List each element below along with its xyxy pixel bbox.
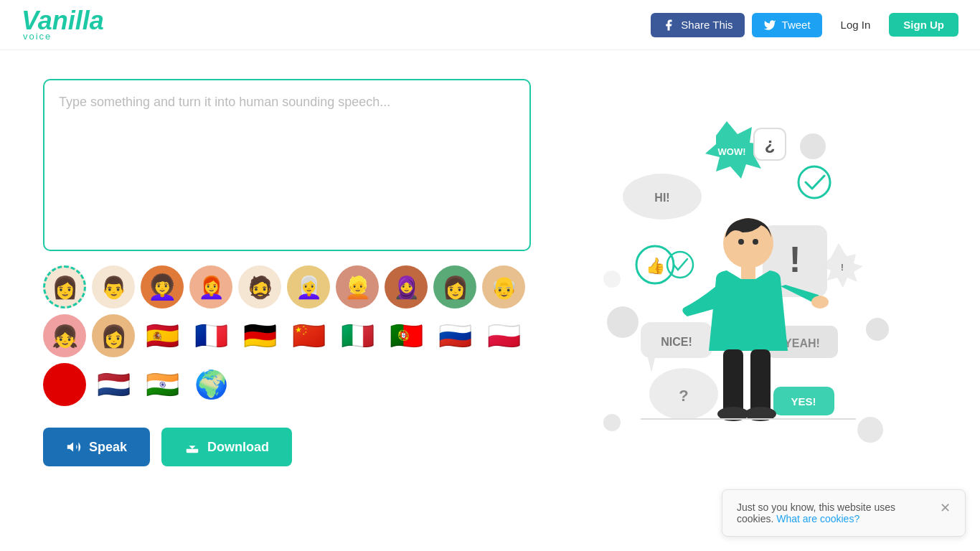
avatar-8[interactable]: 🧕 (385, 265, 428, 309)
share-this-button[interactable]: Share This (651, 13, 744, 37)
avatar-3[interactable]: 👩‍🦱 (141, 265, 184, 309)
svg-point-3 (607, 306, 639, 338)
speaker-icon (66, 439, 82, 455)
speak-button[interactable]: Speak (43, 428, 150, 466)
signup-button[interactable]: Sign Up (889, 13, 958, 37)
avatar-cn[interactable]: 🇨🇳 (287, 314, 330, 357)
cookie-close-button[interactable]: ✕ (940, 501, 951, 514)
svg-text:¿: ¿ (765, 134, 776, 154)
cookie-text: Just so you know, this website uses cook… (737, 501, 933, 524)
login-button[interactable]: Log In (829, 13, 882, 37)
svg-text:WOW!: WOW! (718, 146, 746, 157)
svg-text:YES!: YES! (791, 395, 816, 408)
svg-marker-24 (648, 358, 655, 372)
avatar-10[interactable]: 👴 (482, 265, 525, 309)
avatar-2[interactable]: 👨 (92, 265, 135, 309)
avatar-row-2: 👧 👩 🇪🇸 🇫🇷 🇩🇪 🇨🇳 🇮🇹 🇵🇹 🇷🇺 🇵🇱 (43, 314, 531, 357)
avatar-6[interactable]: 👩‍🦳 (287, 265, 330, 309)
avatar-it[interactable]: 🇮🇹 (336, 314, 379, 357)
logo-text: Vanilla (22, 8, 104, 34)
logo[interactable]: Vanilla voice (22, 8, 104, 42)
svg-text:👍: 👍 (646, 256, 666, 276)
svg-rect-33 (741, 266, 755, 279)
svg-point-34 (811, 296, 829, 309)
svg-point-17 (667, 252, 693, 278)
svg-point-7 (603, 270, 621, 288)
avatar-pl[interactable]: 🇵🇱 (482, 314, 525, 357)
download-icon (184, 439, 200, 455)
svg-text:YEAH!: YEAH! (784, 337, 820, 349)
svg-point-41 (729, 250, 743, 261)
svg-text:!: ! (789, 240, 801, 280)
svg-point-2 (800, 133, 826, 159)
avatar-row-1: 👩 👨 👩‍🦱 👩‍🦰 🧔 👩‍🦳 👱 🧕 👩 👴 (43, 265, 531, 309)
text-input-wrapper (43, 79, 531, 251)
avatar-5[interactable]: 🧔 (238, 265, 281, 309)
avatar-4[interactable]: 👩‍🦰 (189, 265, 232, 309)
avatar-1[interactable]: 👩 (43, 265, 86, 309)
svg-text:?: ? (679, 387, 688, 405)
avatar-row-3: 🇳🇱 🇮🇳 🌍 (43, 363, 531, 406)
svg-point-6 (857, 417, 883, 443)
svg-text:!: ! (841, 262, 844, 273)
avatar-world[interactable]: 🌍 (189, 363, 232, 406)
svg-rect-35 (723, 349, 743, 414)
svg-text:HI!: HI! (654, 192, 669, 204)
left-section: 👩 👨 👩‍🦱 👩‍🦰 🧔 👩‍🦳 👱 🧕 👩 👴 👧 👩 🇪🇸 🇫🇷 🇩🇪 (43, 72, 531, 529)
svg-point-40 (753, 239, 758, 245)
cookie-notice: Just so you know, this website uses cook… (722, 489, 966, 537)
avatar-red[interactable] (43, 363, 86, 406)
avatar-fr[interactable]: 🇫🇷 (189, 314, 232, 357)
avatars-section: 👩 👨 👩‍🦱 👩‍🦰 🧔 👩‍🦳 👱 🧕 👩 👴 👧 👩 🇪🇸 🇫🇷 🇩🇪 (43, 265, 531, 406)
avatar-es[interactable]: 🇪🇸 (141, 314, 184, 357)
svg-point-5 (603, 414, 621, 431)
avatar-ru[interactable]: 🇷🇺 (433, 314, 476, 357)
svg-rect-36 (750, 349, 771, 414)
avatar-11[interactable]: 👧 (43, 314, 86, 357)
avatar-9[interactable]: 👩 (433, 265, 476, 309)
twitter-icon (763, 19, 776, 32)
avatar-in[interactable]: 🇮🇳 (141, 363, 184, 406)
svg-point-14 (798, 166, 830, 198)
svg-marker-0 (67, 443, 73, 452)
svg-point-4 (866, 318, 889, 341)
illustration: WOW! ¿ HI! 👍 ! (598, 114, 899, 487)
right-section: WOW! ¿ HI! 👍 ! (560, 72, 937, 529)
action-buttons: Speak Download (43, 428, 531, 466)
facebook-icon (662, 19, 675, 32)
avatar-nl[interactable]: 🇳🇱 (92, 363, 135, 406)
download-button[interactable]: Download (161, 428, 292, 466)
svg-text:NICE!: NICE! (661, 336, 692, 348)
avatar-de[interactable]: 🇩🇪 (238, 314, 281, 357)
cookie-link[interactable]: What are cookies? (776, 513, 859, 524)
avatar-12[interactable]: 👩 (92, 314, 135, 357)
svg-point-39 (738, 239, 744, 245)
avatar-pt[interactable]: 🇵🇹 (385, 314, 428, 357)
speech-textarea[interactable] (59, 95, 515, 235)
tweet-button[interactable]: Tweet (752, 13, 822, 37)
logo-sub: voice (23, 31, 104, 42)
avatar-7[interactable]: 👱 (336, 265, 379, 309)
header-actions: Share This Tweet Log In Sign Up (651, 13, 958, 37)
